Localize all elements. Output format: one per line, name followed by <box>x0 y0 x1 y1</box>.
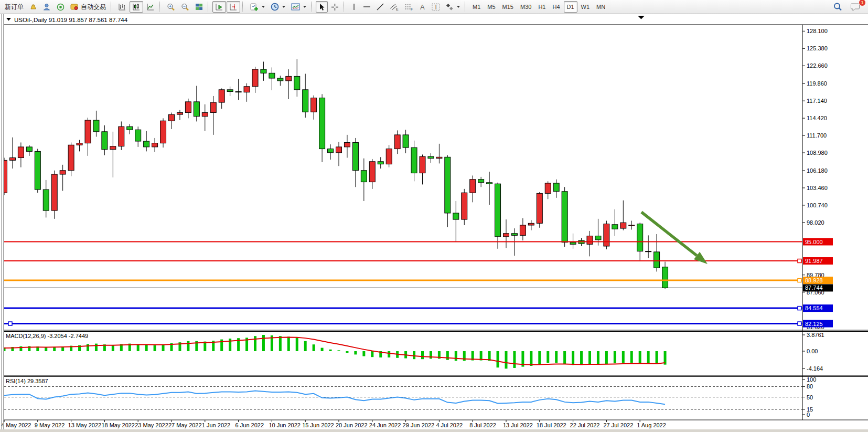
bar-chart-type-button[interactable] <box>115 1 129 13</box>
macd-histogram-bar <box>421 351 424 359</box>
macd-tick-label: 0.00 <box>807 348 818 354</box>
candle-body <box>51 174 57 210</box>
auto-scroll-button[interactable] <box>212 1 226 13</box>
macd-tick-label: -4.164 <box>807 365 823 372</box>
candle-body <box>487 183 492 184</box>
profile-icon <box>43 3 51 10</box>
horizontal-line-95.000[interactable]: 95.000 <box>4 238 833 246</box>
candlestick <box>562 187 567 247</box>
macd-histogram-bar <box>95 344 98 351</box>
timeframe-w1-button[interactable]: W1 <box>578 1 593 13</box>
indicators-caret-icon <box>262 6 265 8</box>
signal-button[interactable] <box>54 1 67 13</box>
templates-button[interactable] <box>288 1 309 13</box>
candlestick <box>227 87 233 96</box>
price-tag-label: 95.000 <box>805 239 823 245</box>
timeframe-h4-button[interactable]: H4 <box>549 1 563 13</box>
timeframe-h1-button[interactable]: H1 <box>535 1 549 13</box>
horizontal-line-88.928[interactable]: 88.928 <box>4 277 833 284</box>
macd-histogram-bar <box>279 336 282 351</box>
date-label: 4 May 2022 <box>1 422 31 428</box>
candlestick <box>119 121 124 150</box>
date-label: 6 Jun 2022 <box>235 422 264 428</box>
new-order-label: 新订单 <box>5 3 24 12</box>
text-tool-button[interactable]: A <box>416 1 428 13</box>
tile-windows-button[interactable] <box>192 1 206 13</box>
auto-scroll-icon <box>215 3 223 10</box>
fibonacci-tool-button[interactable]: F <box>402 1 416 13</box>
macd-histogram-bar <box>530 351 532 366</box>
date-label: 9 May 2022 <box>35 422 65 428</box>
timeframe-mn-button[interactable]: MN <box>593 1 608 13</box>
horizontal-line-87.744[interactable]: 87.744 <box>4 284 833 291</box>
line-left-handle[interactable] <box>8 322 12 325</box>
line-right-handle[interactable] <box>798 307 801 310</box>
macd-histogram-bar <box>388 351 390 357</box>
candlestick-chart-type-button[interactable] <box>130 1 143 13</box>
vertical-line-tool-button[interactable] <box>348 1 360 13</box>
line-right-handle[interactable] <box>798 322 801 325</box>
periods-button[interactable] <box>268 1 288 13</box>
trendline-tool-button[interactable] <box>374 1 387 13</box>
candle-body <box>462 193 467 219</box>
candlestick <box>60 165 66 191</box>
macd-histogram-bar <box>354 351 357 354</box>
chart-shift-button[interactable] <box>227 1 240 13</box>
macd-histogram-bar <box>362 351 365 356</box>
candle-body <box>144 141 149 147</box>
line-right-handle[interactable] <box>798 259 801 263</box>
line-right-handle[interactable] <box>798 279 801 282</box>
line-chart-type-button[interactable] <box>144 1 157 13</box>
candle-body <box>35 151 40 189</box>
crosshair-tool-button[interactable] <box>328 1 341 13</box>
channel-tool-button[interactable]: E <box>387 1 401 13</box>
candlestick <box>620 201 626 230</box>
macd-histogram-bar <box>87 344 89 351</box>
search-button[interactable] <box>831 1 845 13</box>
indicators-button[interactable] <box>247 1 267 13</box>
candlestick <box>51 171 57 219</box>
candlestick <box>403 130 409 153</box>
signal-icon <box>57 3 65 11</box>
timeframe-m5-button[interactable]: M5 <box>484 1 498 13</box>
price-tick-label: 106.180 <box>807 167 828 174</box>
candlestick <box>478 177 484 187</box>
candle-body <box>369 162 375 182</box>
candle-body <box>553 183 559 192</box>
horizontal-line-82.125[interactable]: 82.125 <box>4 320 833 328</box>
timeframe-m15-button[interactable]: M15 <box>499 1 517 13</box>
zoom-in-button[interactable] <box>164 1 178 13</box>
timeframe-m1-button[interactable]: M1 <box>469 1 484 13</box>
search-icon <box>833 3 842 11</box>
symbol-dropdown-icon[interactable] <box>6 18 11 21</box>
candlestick <box>361 159 367 201</box>
horizontal-line-84.554[interactable]: 84.554 <box>4 304 833 312</box>
zoom-out-button[interactable] <box>178 1 192 13</box>
horizontal-line-91.987[interactable]: 91.987 <box>4 257 833 265</box>
notifications-button[interactable]: 1 <box>848 1 863 13</box>
horizontal-line-tool-button[interactable] <box>360 1 373 13</box>
bar-chart-icon <box>118 3 126 10</box>
date-label: 1 Aug 2022 <box>637 422 666 428</box>
candlestick <box>152 138 158 152</box>
autotrade-button[interactable]: 自动交易 <box>68 1 109 13</box>
profile-button[interactable] <box>40 1 53 13</box>
autotrade-label: 自动交易 <box>81 3 106 12</box>
gold-symbol-button[interactable] <box>27 1 40 13</box>
price-tick-label: 125.380 <box>807 45 828 51</box>
candle-body <box>620 223 626 228</box>
text-label-tool-button[interactable]: T <box>429 1 443 13</box>
cursor-tool-button[interactable] <box>316 1 328 13</box>
timeframe-m30-button[interactable]: M30 <box>517 1 534 13</box>
svg-text:E: E <box>396 7 399 11</box>
chart-shift-marker[interactable] <box>638 16 645 19</box>
candle-body <box>361 171 367 182</box>
trend-arrow[interactable] <box>641 212 708 264</box>
chart-window-left-border <box>1 14 4 432</box>
candlestick <box>160 118 166 147</box>
timeframe-d1-button[interactable]: D1 <box>564 1 577 13</box>
rsi-label: RSI(14) 29.3587 <box>6 378 48 384</box>
new-order-button[interactable]: 新订单 <box>2 1 26 13</box>
arrows-tool-button[interactable] <box>443 1 463 13</box>
candlestick <box>487 172 492 205</box>
